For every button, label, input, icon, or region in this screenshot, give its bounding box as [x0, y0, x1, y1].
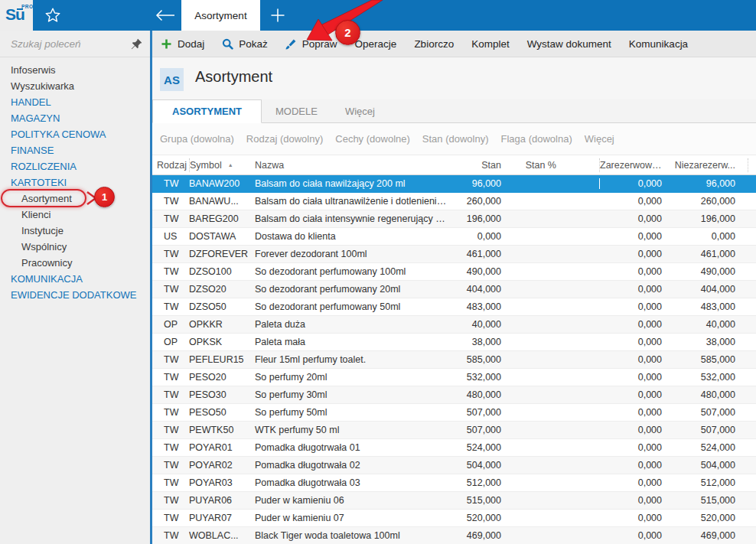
column-header-nazwa[interactable]: Nazwa [253, 160, 448, 171]
toolbar-item-pokaż[interactable]: Pokaż [222, 38, 268, 50]
table-row[interactable]: TWPOYAR02Pomadka długotrwała 02504,0000,… [152, 457, 756, 474]
cell-zarezerwowa: 0,000 [599, 196, 667, 207]
cell-symbol: PUYAR07 [189, 513, 253, 523]
cell-symbol: PESO20 [189, 372, 253, 383]
table-row[interactable]: TWPESO30So perfumy 30ml480,0000,000480,0… [152, 386, 756, 404]
pin-icon[interactable] [131, 38, 142, 50]
column-header-stan[interactable]: Stan [448, 160, 507, 171]
table-row[interactable]: TWBANAWU...Balsam do ciała ultranawilżen… [152, 193, 756, 210]
sidebar-item-kartoteki[interactable]: KARTOTEKI [0, 174, 150, 191]
toolbar-item-komplet[interactable]: Komplet [471, 38, 510, 50]
cell-zarezerwowa: 0,000 [599, 372, 667, 383]
filter-flaga-dowolna[interactable]: Flaga (dowolna) [501, 133, 572, 145]
table-row[interactable]: TWPUYAR06Puder w kamieniu 06515,0000,000… [152, 492, 756, 510]
table-row[interactable]: TWDZSO20So dezodorant perfumowany 20ml40… [152, 281, 756, 298]
table-row[interactable]: TWPESO50So perfumy 50ml507,0000,000507,0… [152, 404, 756, 422]
table-header-row: RodzajSymbol▲NazwaStanStan %Zarezerwowa.… [152, 155, 756, 175]
table-row[interactable]: OPOPKSKPaleta mała38,0000,00038,000 [152, 334, 756, 351]
back-arrow-icon[interactable] [155, 9, 175, 21]
toolbar-item-label: Pokaż [239, 38, 268, 50]
toolbar-item-wystaw-dokument[interactable]: Wystaw dokument [527, 38, 611, 50]
cell-nazwa: Forever dezodorant 100ml [253, 249, 448, 259]
sidebar-item-instytucje[interactable]: Instytucje [0, 223, 150, 239]
add-tab-icon[interactable] [270, 8, 285, 23]
cell-stan: 480,000 [448, 389, 507, 400]
cell-symbol: POYAR03 [189, 477, 253, 488]
cell-niezarezerw: 404,000 [667, 284, 748, 295]
cell-rodzaj: OP [152, 337, 189, 347]
table-row[interactable]: TWBAREG200Balsam do ciała intensywnie re… [152, 210, 756, 228]
cell-rodzaj: TW [152, 389, 189, 400]
filter-stan-dowolny[interactable]: Stan (dowolny) [422, 133, 489, 145]
sidebar-item-infoserwis[interactable]: Infoserwis [0, 62, 150, 78]
tab-więcej[interactable]: Więcej [331, 99, 389, 122]
search-input[interactable] [0, 31, 130, 57]
table-row[interactable]: TWBANAW200Balsam do ciała nawilżający 20… [152, 175, 756, 193]
sidebar-item-polityka-cenowa[interactable]: POLITYKA CENOWA [0, 126, 150, 142]
table-row[interactable]: TWPOYAR01Pomadka długotrwała 01524,0000,… [152, 439, 756, 457]
tab-modele[interactable]: MODELE [262, 99, 331, 122]
cell-niezarezerw: 532,000 [667, 372, 748, 383]
table-row[interactable]: TWPUYAR07Puder w kamieniu 07520,0000,000… [152, 510, 756, 527]
sidebar-item-rozliczenia[interactable]: ROZLICZENIA [0, 158, 150, 174]
sidebar-item-wyszukiwarka[interactable]: Wyszukiwarka [0, 78, 150, 94]
sidebar-item-magazyn[interactable]: MAGAZYN [0, 110, 150, 126]
filter-cechy-dowolne[interactable]: Cechy (dowolne) [335, 133, 410, 145]
cell-rodzaj: TW [152, 477, 189, 488]
cell-symbol: PEFLEUR15 [189, 354, 253, 365]
filter-więcej[interactable]: Więcej [585, 133, 614, 145]
column-header-symbol[interactable]: Symbol▲ [189, 158, 253, 172]
table-row[interactable]: TWDZSO50So dezodorant perfumowany 50ml48… [152, 298, 756, 316]
tab-asortyment-window[interactable]: Asortyment [181, 0, 260, 31]
cell-zarezerwowa: 0,000 [599, 442, 667, 453]
sidebar-item-asortyment[interactable]: Asortyment [0, 191, 150, 207]
cell-rodzaj: TW [152, 513, 189, 523]
cell-nazwa: Puder w kamieniu 06 [253, 495, 448, 506]
table-row[interactable]: TWPEFLEUR15Fleur 15ml perfumy toalet.585… [152, 351, 756, 369]
cell-zarezerwowa: 0,000 [599, 495, 667, 506]
sidebar-item-komunikacja[interactable]: KOMUNIKACJA [0, 271, 150, 287]
column-header-rodzaj[interactable]: Rodzaj [152, 160, 189, 171]
cell-niezarezerw: 520,000 [667, 513, 748, 523]
cell-rodzaj: TW [152, 266, 189, 277]
table-row[interactable]: TWDZSO100So dezodorant perfumowany 100ml… [152, 263, 756, 281]
cell-stan: 461,000 [448, 249, 507, 259]
table-row[interactable]: TWWOBLAC...Black Tiger woda toaletowa 10… [152, 527, 756, 544]
cell-nazwa: Black Tiger woda toaletowa 100ml [253, 530, 448, 541]
table-row[interactable]: TWDZFOREVERForever dezodorant 100ml461,0… [152, 246, 756, 263]
sidebar-item-handel[interactable]: HANDEL [0, 94, 150, 110]
sidebar-item-wspólnicy[interactable]: Wspólnicy [0, 239, 150, 255]
toolbar-item-operacje[interactable]: Operacje [355, 38, 397, 50]
table-row[interactable]: TWPESO20So perfumy 20ml532,0000,000532,0… [152, 369, 756, 386]
cell-rodzaj: TW [152, 178, 189, 189]
cell-zarezerwowa: 0,000 [599, 301, 667, 312]
cell-rodzaj: TW [152, 196, 189, 207]
sidebar-item-pracownicy[interactable]: Pracownicy [0, 255, 150, 271]
cell-stan: 515,000 [448, 495, 507, 506]
sidebar-item-klienci[interactable]: Klienci [0, 207, 150, 223]
column-header-stan-%[interactable]: Stan % [507, 160, 599, 171]
column-header-zarezerwowa[interactable]: Zarezerwowa... [599, 158, 667, 172]
favorites-star-icon[interactable] [44, 6, 62, 24]
cell-nazwa: Pomadka długotrwała 01 [253, 442, 448, 453]
app-window: { "topbar": { "logo_text": "Su", "logo_s… [0, 0, 756, 544]
tab-asortyment[interactable]: ASORTYMENT [152, 99, 262, 123]
toolbar-item-komunikacja[interactable]: Komunikacja [629, 38, 688, 50]
column-header-niezarezerw[interactable]: Niezarezerw... [667, 160, 748, 171]
cell-zarezerwowa: 0,000 [599, 530, 667, 541]
cell-niezarezerw: 196,000 [667, 213, 748, 224]
table-row[interactable]: USDOSTAWADostawa do klienta0,0000,0000,0… [152, 228, 756, 246]
cell-nazwa: Paleta duża [253, 319, 448, 330]
sidebar-item-ewidencje-dodatkowe[interactable]: EWIDENCJE DODATKOWE [0, 287, 150, 303]
table-row[interactable]: TWPEWTK50WTK perfumy 50 ml507,0000,00050… [152, 422, 756, 439]
toolbar-item-dodaj[interactable]: Dodaj [161, 38, 204, 50]
sidebar-item-finanse[interactable]: FINANSE [0, 142, 150, 158]
table-row[interactable]: OPOPKKRPaleta duża40,0000,00040,000 [152, 316, 756, 334]
table-row[interactable]: TWPOYAR03Pomadka długotrwała 03512,0000,… [152, 474, 756, 492]
cell-zarezerwowa: 0,000 [599, 213, 667, 224]
toolbar-item-zbiorczo[interactable]: Zbiorczo [414, 38, 454, 50]
filter-rodzaj-dowolny[interactable]: Rodzaj (dowolny) [246, 133, 323, 145]
toolbar-item-popraw[interactable]: Popraw [285, 38, 337, 50]
cell-zarezerwowa: 0,000 [599, 513, 667, 523]
filter-grupa-dowolna[interactable]: Grupa (dowolna) [160, 133, 234, 145]
